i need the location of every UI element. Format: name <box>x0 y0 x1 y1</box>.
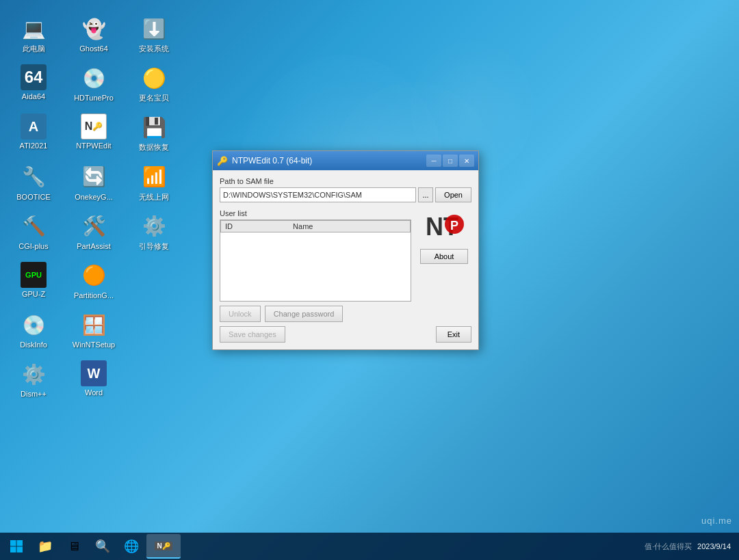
desktop-icon-cgiplus[interactable]: 🔨 CGI-plus <box>9 210 58 254</box>
about-button[interactable]: About <box>420 249 468 264</box>
icon-label-install: 安装系统 <box>139 44 169 53</box>
bootice-icon: 🔧 <box>20 163 47 191</box>
desktop-icon-dismpp[interactable]: ⚙️ Dism++ <box>9 358 58 401</box>
desktop-icon-repair[interactable]: ⚙️ 引导修复 <box>129 210 179 254</box>
install-icon: ⬇️ <box>140 15 168 42</box>
user-table: ID Name <box>220 220 411 232</box>
ntp-logo: N T P <box>424 209 465 243</box>
window-titlebar: 🔑 NTPWEdit 0.7 (64-bit) ─ □ ✕ <box>213 151 478 170</box>
desktop-icon-ghost64[interactable]: 👻 Ghost64 <box>69 12 118 56</box>
desktop-icon-word[interactable]: W Word <box>69 358 118 401</box>
desktop-icon-winntsetup[interactable]: 🪟 WinNTSetup <box>69 308 118 352</box>
icon-label-gpuz: GPU-Z <box>22 290 45 299</box>
dismpp-icon: ⚙️ <box>20 360 47 388</box>
desktop-icon-recovery[interactable]: 💾 数据恢复 <box>129 111 179 155</box>
desktop-icon-bootice[interactable]: 🔧 BOOTICE <box>9 161 58 204</box>
minimize-button[interactable]: ─ <box>426 155 441 167</box>
icon-label-ntpwedit: NTPWEdit <box>76 142 111 150</box>
windows-logo-icon <box>10 539 23 553</box>
main-area: User list ID Name <box>220 209 471 322</box>
col-name: Name <box>289 221 410 232</box>
svg-rect-6 <box>10 547 16 553</box>
onekeyghost-icon: 🔄 <box>80 163 107 191</box>
icon-label-ati2021: ATI2021 <box>20 142 48 150</box>
taskbar-search[interactable]: 🔍 <box>89 534 116 559</box>
icon-label-dismpp: Dism++ <box>21 390 47 399</box>
word-icon: W <box>81 360 107 386</box>
desktop-icon-onekeyghost[interactable]: 🔄 OnekeyG... <box>69 161 118 204</box>
desktop-icon-ntpwedit[interactable]: N🔑 NTPWEdit <box>69 111 118 155</box>
partassist-icon: 🛠️ <box>80 213 107 240</box>
close-button[interactable]: ✕ <box>459 155 474 167</box>
watermark-tray: 值·什么值得买 <box>645 542 692 552</box>
taskbar-desktop[interactable]: 🖥 <box>60 534 88 559</box>
window-app-icon: 🔑 <box>217 156 228 166</box>
taskbar-ntpwedit[interactable]: N🔑 <box>146 534 181 559</box>
icon-label-bootice: BOOTICE <box>16 193 51 202</box>
watermark-text: uqi.me <box>701 516 732 526</box>
taskbar-network[interactable]: 🌐 <box>118 534 145 559</box>
unlock-button[interactable]: Unlock <box>220 306 261 322</box>
desktop-icon-install[interactable]: ⬇️ 安装系统 <box>129 12 179 56</box>
svg-text:P: P <box>450 219 458 232</box>
icon-label-wifi: 无线上网 <box>139 193 169 202</box>
desktop-icon-pc[interactable]: 💻 此电脑 <box>9 12 58 56</box>
icon-label-partassist: PartAssist <box>77 242 111 251</box>
maximize-button[interactable]: □ <box>443 155 458 167</box>
icon-label-partitiong: PartitionG... <box>74 291 114 300</box>
svg-rect-5 <box>17 540 23 546</box>
wifi-icon: 📶 <box>140 163 168 191</box>
desktop-icon-hdtune[interactable]: 💿 HDTunePro <box>69 62 118 105</box>
partitiong-icon: 🟠 <box>80 262 107 289</box>
window-title: NTPWEdit 0.7 (64-bit) <box>232 156 422 165</box>
taskbar-file-explorer[interactable]: 📁 <box>31 534 59 559</box>
desktop-icon-diskinfo[interactable]: 💿 DiskInfo <box>9 308 58 352</box>
user-list-section: User list ID Name <box>220 209 411 322</box>
desktop-icon-gpuz[interactable]: GPU GPU-Z <box>9 259 58 303</box>
desktop-icon-aida64[interactable]: 64 Aida64 <box>9 62 58 105</box>
icon-label-hdtune: HDTunePro <box>74 94 114 103</box>
desktop-icons: 💻 此电脑 👻 Ghost64 ⬇️ 安装系统 64 Aida64 💿 HDTu… <box>3 7 190 408</box>
desktop-icon-morecare[interactable]: 🟡 更名宝贝 <box>129 62 179 105</box>
icon-label-onekeyghost: OnekeyG... <box>75 193 113 202</box>
recovery-icon: 💾 <box>140 114 168 141</box>
path-input[interactable] <box>220 187 416 202</box>
ntp-logo-svg: N T P <box>424 209 464 243</box>
morecare-icon: 🟡 <box>140 64 168 92</box>
ati2021-icon: A <box>21 114 47 139</box>
gpuz-icon: GPU <box>21 262 47 288</box>
icon-label-recovery: 数据恢复 <box>139 143 169 152</box>
bottom-row: Save changes Exit <box>220 326 471 343</box>
taskbar: 📁 🖥 🔍 🌐 N🔑 值·什么值得买 2023/9/14 <box>0 533 739 560</box>
path-row: ... Open <box>220 187 471 202</box>
col-id: ID <box>221 221 289 232</box>
save-changes-button[interactable]: Save changes <box>220 326 285 343</box>
hdtune-icon: 💿 <box>80 64 107 92</box>
icon-label-pc: 此电脑 <box>23 44 45 53</box>
user-list-scroll[interactable]: ID Name <box>220 219 411 302</box>
svg-rect-4 <box>10 540 16 546</box>
tray-datetime: 2023/9/14 <box>697 542 731 551</box>
repair-icon: ⚙️ <box>140 213 168 240</box>
desktop-icon-wifi[interactable]: 📶 无线上网 <box>129 161 179 204</box>
open-button[interactable]: Open <box>435 187 471 202</box>
window-controls: ─ □ ✕ <box>426 155 474 167</box>
svg-text:N: N <box>426 213 443 241</box>
desktop-icon-ati2021[interactable]: A ATI2021 <box>9 111 58 155</box>
userlist-label: User list <box>220 209 411 217</box>
dots-button[interactable]: ... <box>418 187 433 202</box>
icon-label-winntsetup: WinNTSetup <box>73 341 115 349</box>
desktop-icon-partitiong[interactable]: 🟠 PartitionG... <box>69 259 118 303</box>
right-panel: N T P About <box>417 209 471 322</box>
desktop-icon-partassist[interactable]: 🛠️ PartAssist <box>69 210 118 254</box>
icon-label-diskinfo: DiskInfo <box>20 341 47 349</box>
icon-label-cgiplus: CGI-plus <box>18 242 48 251</box>
ntpwedit-icon: N🔑 <box>81 114 107 139</box>
icon-label-ghost64: Ghost64 <box>79 44 108 53</box>
winntsetup-icon: 🪟 <box>80 311 107 338</box>
exit-button[interactable]: Exit <box>436 326 471 343</box>
start-button[interactable] <box>3 534 30 559</box>
cgiplus-icon: 🔨 <box>20 213 47 240</box>
icon-label-morecare: 更名宝贝 <box>139 94 169 103</box>
change-password-button[interactable]: Change password <box>265 306 343 322</box>
